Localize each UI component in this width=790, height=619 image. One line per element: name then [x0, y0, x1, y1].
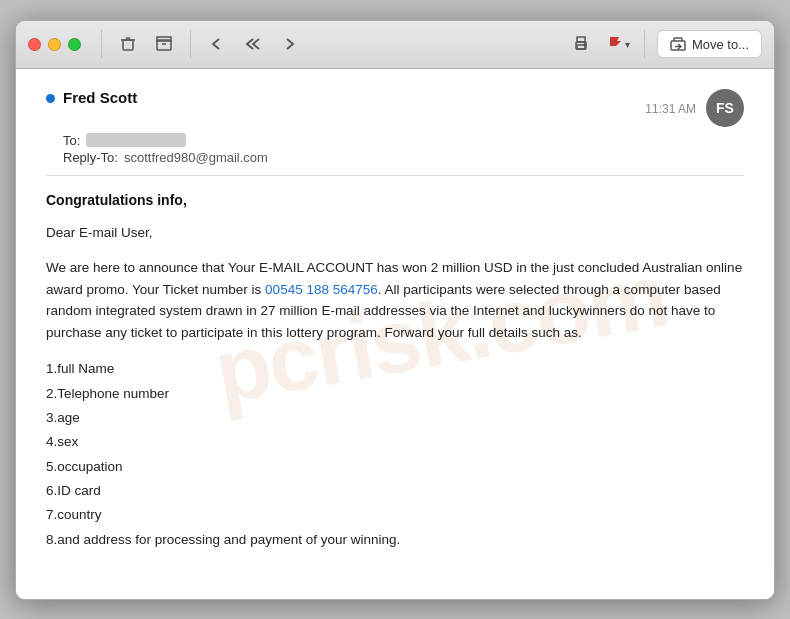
titlebar: ▾ Move to...: [16, 21, 774, 69]
divider-2: [190, 30, 191, 58]
back-button[interactable]: [203, 32, 231, 56]
sender-info: Fred Scott: [46, 89, 137, 106]
avatar: FS: [706, 89, 744, 127]
archive-button[interactable]: [150, 32, 178, 56]
header-divider: [46, 175, 744, 176]
email-meta: To: Reply-To: scottfred980@gmail.com: [63, 133, 744, 165]
svg-point-9: [584, 44, 586, 46]
email-area: pcrisk.com Fred Scott 11:31 AM FS To:: [16, 69, 774, 599]
list-item: 8.and address for processing and payment…: [46, 528, 744, 552]
list-item: 3.age: [46, 406, 744, 430]
list-item: 6.ID card: [46, 479, 744, 503]
list-item: 5.occupation: [46, 455, 744, 479]
traffic-lights: [28, 38, 81, 51]
forward-button[interactable]: [275, 32, 303, 56]
email-window: ▾ Move to... pcrisk.com Fred Scott: [15, 20, 775, 600]
sender-name: Fred Scott: [63, 89, 137, 106]
list-item: 4.sex: [46, 430, 744, 454]
reply-to-label: Reply-To:: [63, 150, 118, 165]
to-value-blurred: [86, 133, 186, 147]
svg-rect-8: [577, 45, 585, 49]
flag-button[interactable]: ▾: [605, 32, 632, 56]
ticket-number-link[interactable]: 00545 188 564756: [265, 282, 378, 297]
svg-rect-0: [123, 40, 133, 50]
move-to-icon: [670, 36, 686, 52]
divider-1: [101, 30, 102, 58]
print-button[interactable]: [565, 31, 597, 57]
maximize-button[interactable]: [68, 38, 81, 51]
list-item: 2.Telephone number: [46, 382, 744, 406]
email-time: 11:31 AM: [645, 102, 696, 116]
to-label: To:: [63, 133, 80, 148]
body-paragraph-1: We are here to announce that Your E-MAIL…: [46, 257, 744, 343]
email-list: 1.full Name2.Telephone number3.age4.sex5…: [46, 357, 744, 551]
reply-to-value: scottfred980@gmail.com: [124, 150, 268, 165]
email-body: Dear E-mail User, We are here to announc…: [46, 222, 744, 552]
minimize-button[interactable]: [48, 38, 61, 51]
email-subject: Congratulations info,: [46, 192, 744, 208]
body-intro: Dear E-mail User,: [46, 222, 744, 244]
close-button[interactable]: [28, 38, 41, 51]
email-header: Fred Scott 11:31 AM FS: [46, 89, 744, 127]
list-item: 7.country: [46, 503, 744, 527]
delete-button[interactable]: [114, 32, 142, 56]
svg-rect-4: [157, 37, 171, 41]
to-row: To:: [63, 133, 744, 148]
reply-to-row: Reply-To: scottfred980@gmail.com: [63, 150, 744, 165]
svg-rect-7: [577, 37, 585, 42]
email-content: Fred Scott 11:31 AM FS To: Reply-To: sco…: [46, 89, 744, 552]
divider-3: [644, 30, 645, 58]
flag-arrow: ▾: [625, 39, 630, 50]
list-item: 1.full Name: [46, 357, 744, 381]
move-to-label: Move to...: [692, 37, 749, 52]
unread-dot: [46, 94, 55, 103]
back-all-button[interactable]: [239, 32, 267, 56]
move-to-button[interactable]: Move to...: [657, 30, 762, 58]
